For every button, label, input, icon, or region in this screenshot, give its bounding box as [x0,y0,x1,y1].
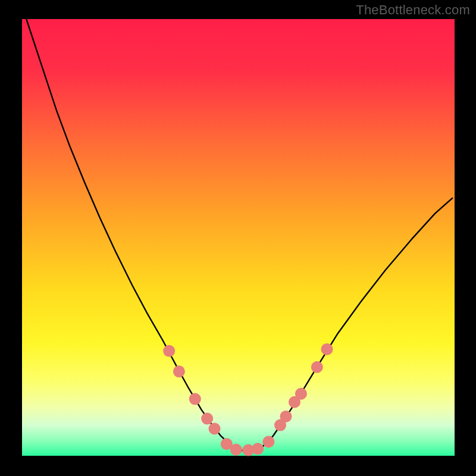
curve-marker [321,343,333,355]
curve-marker [209,422,221,434]
curve-marker [173,365,185,377]
chart-container: TheBottleneck.com [0,0,476,476]
curve-marker [295,388,307,400]
bottleneck-chart [0,0,476,476]
curve-marker [201,413,213,425]
watermark-text: TheBottleneck.com [356,2,470,18]
curve-marker [252,443,264,455]
curve-marker [163,345,175,357]
chart-plot-area [22,19,455,456]
curve-marker [311,361,323,373]
curve-marker [189,393,201,405]
curve-marker [280,411,292,422]
curve-marker [230,444,242,456]
curve-marker [262,436,274,448]
